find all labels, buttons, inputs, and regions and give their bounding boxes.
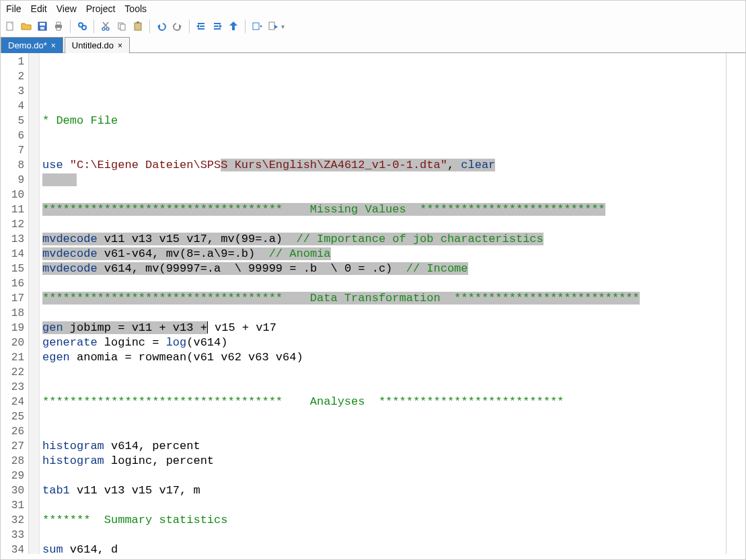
menubar: File Edit View Project Tools [1,1,745,18]
open-folder-icon[interactable] [20,19,33,33]
menu-project[interactable]: Project [86,3,116,14]
save-icon[interactable] [36,19,49,33]
run-icon[interactable] [266,19,280,33]
svg-line-12 [104,22,108,28]
menu-edit[interactable]: Edit [31,3,47,14]
close-icon[interactable]: × [118,42,122,50]
svg-line-13 [103,22,108,28]
tab-label: Untitled.do [72,40,114,50]
toolbar-separator [189,19,190,33]
svg-rect-7 [57,28,61,30]
svg-marker-23 [196,24,199,28]
menu-tools[interactable]: Tools [124,3,147,14]
line-number-gutter: 1234567891011121314151617181920212223242… [1,53,29,554]
svg-rect-3 [40,23,45,26]
svg-marker-31 [260,25,262,28]
cut-icon[interactable] [99,19,112,33]
svg-rect-15 [120,24,125,30]
indent-icon[interactable] [194,19,208,33]
toolbar-separator [70,19,71,33]
svg-rect-29 [232,26,235,30]
unindent-icon[interactable] [211,19,224,33]
find-icon[interactable] [75,19,89,33]
print-icon[interactable] [52,19,65,33]
bookmark-next-icon[interactable] [250,19,264,33]
undo-icon[interactable] [155,19,168,33]
svg-point-11 [106,28,109,30]
toolbar-overflow-icon[interactable]: ▾ [281,23,285,30]
svg-point-9 [82,26,86,30]
toolbar-separator [149,19,150,33]
tab-label: Demo.do* [8,40,47,50]
svg-rect-32 [269,22,274,30]
redo-icon[interactable] [171,19,184,33]
toolbar-separator [245,19,246,33]
menu-file[interactable]: File [6,3,22,14]
tabstrip: Demo.do* × Untitled.do × [1,36,745,53]
paste-icon[interactable] [131,19,145,33]
toolbar: ▾ [1,18,745,36]
code-editor[interactable]: 1234567891011121314151617181920212223242… [1,53,745,554]
bookmark-toggle-icon[interactable] [227,19,240,33]
svg-marker-28 [229,22,237,26]
code-area[interactable]: * Demo File use "C:\Eigene Dateien\SPSS … [40,53,745,554]
svg-point-10 [102,28,105,30]
toolbar-separator [94,19,94,33]
svg-rect-6 [57,22,61,25]
svg-rect-4 [40,27,44,30]
svg-rect-16 [135,23,141,30]
menu-view[interactable]: View [57,3,77,14]
svg-marker-27 [219,24,222,28]
tab-demo-do[interactable]: Demo.do* × [1,37,63,53]
new-file-icon[interactable] [3,19,17,33]
close-icon[interactable]: × [51,42,56,50]
copy-icon[interactable] [115,19,128,33]
svg-rect-17 [137,22,139,24]
tab-untitled-do[interactable]: Untitled.do × [65,37,130,53]
svg-marker-33 [274,25,278,29]
bookmark-strip [29,53,40,554]
svg-rect-30 [253,23,259,30]
